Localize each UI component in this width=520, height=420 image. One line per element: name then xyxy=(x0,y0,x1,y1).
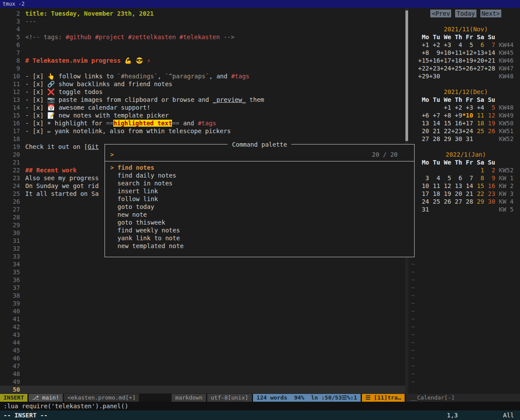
palette-item[interactable]: goto today xyxy=(110,203,409,211)
calendar-day[interactable] xyxy=(484,73,495,80)
calendar-day[interactable]: +6 xyxy=(418,112,429,119)
calendar-day[interactable]: +11 xyxy=(451,49,462,56)
calendar-day[interactable]: 5 xyxy=(484,104,495,111)
editor-line[interactable]: 47 xyxy=(0,362,405,370)
calendar-day[interactable] xyxy=(429,167,440,174)
editor-line[interactable]: 40 xyxy=(0,307,405,315)
editor-line[interactable]: 12- [x] ❌ toggle todos xyxy=(0,88,405,96)
calendar-day[interactable]: +29 xyxy=(418,73,429,80)
calendar-day[interactable]: 12 xyxy=(484,112,495,119)
calendar-day[interactable]: +22 xyxy=(418,65,429,72)
editor-line[interactable]: 37 xyxy=(0,284,405,292)
editor-line[interactable]: 3--- xyxy=(0,17,405,25)
calendar-day[interactable]: +24 xyxy=(440,65,451,72)
editor-line[interactable]: 7 xyxy=(0,49,405,57)
calendar-day[interactable]: 23 xyxy=(484,190,495,197)
calendar-day[interactable]: +23 xyxy=(451,128,462,134)
calendar-day[interactable] xyxy=(462,206,473,213)
editor-line[interactable]: 5<!-- tags: #github #project #zettelkast… xyxy=(0,33,405,41)
editor-line[interactable]: 14- [x] 📅 awesome calendar support! xyxy=(0,104,405,111)
calendar-day[interactable]: 22 xyxy=(473,190,484,197)
calendar-day[interactable]: 29 xyxy=(440,135,451,142)
editor-line[interactable]: 18 xyxy=(0,135,405,143)
calendar-day[interactable] xyxy=(451,73,462,80)
editor-line[interactable]: 13- [x] 📷 paste images from clipboard or… xyxy=(0,96,405,104)
calendar-day[interactable]: +13 xyxy=(473,49,484,56)
calendar-day[interactable]: 18 xyxy=(429,190,440,197)
calendar-day[interactable]: 22 xyxy=(440,128,451,134)
calendar-day[interactable]: +19 xyxy=(462,57,473,64)
calendar-day[interactable]: 30 xyxy=(451,135,462,142)
calendar-day[interactable]: 27 xyxy=(418,135,429,142)
calendar-day[interactable]: +9 xyxy=(451,112,462,119)
calendar-day[interactable]: +3 xyxy=(462,104,473,111)
calendar-day[interactable] xyxy=(418,167,429,174)
calendar-day[interactable] xyxy=(440,206,451,213)
editor-line[interactable]: 44 xyxy=(0,339,405,346)
calendar-day[interactable] xyxy=(429,206,440,213)
calendar-day[interactable]: +8 xyxy=(418,49,429,56)
calendar-day[interactable]: 21 xyxy=(429,128,440,134)
calendar-day[interactable]: +24 xyxy=(462,128,473,134)
editor-line[interactable]: 8# Telekasten.nvim progress 💪 😎 ⚡ xyxy=(0,57,405,64)
editor-line[interactable]: 16- [x] ☀ highlight for ==highlighted te… xyxy=(0,119,405,127)
calendar-day[interactable] xyxy=(451,167,462,174)
palette-item[interactable]: goto thisweek xyxy=(110,218,409,226)
editor-line[interactable]: 48 xyxy=(0,370,405,378)
calendar-today-button[interactable]: Today xyxy=(455,10,476,17)
calendar-day[interactable] xyxy=(484,206,495,213)
calendar-day[interactable]: 11 xyxy=(473,112,484,119)
calendar-day[interactable]: 1 xyxy=(473,167,484,174)
calendar-day[interactable]: 28 xyxy=(429,135,440,142)
calendar-day[interactable]: 7 xyxy=(462,175,473,181)
calendar-next-button[interactable]: Next> xyxy=(480,10,501,17)
calendar-day[interactable]: 26 xyxy=(440,198,451,205)
calendar-day[interactable]: 20 xyxy=(451,190,462,197)
palette-item[interactable]: search in notes xyxy=(110,179,409,187)
palette-item[interactable]: follow link xyxy=(110,195,409,203)
calendar-day[interactable]: 12 xyxy=(440,182,451,189)
calendar-day[interactable]: +8 xyxy=(440,112,451,119)
calendar-day[interactable]: 10 xyxy=(418,182,429,189)
calendar-day[interactable]: 29 xyxy=(473,198,484,205)
calendar-day[interactable]: 9 xyxy=(484,175,495,181)
palette-item[interactable]: new templated note xyxy=(110,242,409,250)
calendar-day[interactable]: +26 xyxy=(462,65,473,72)
calendar-day[interactable]: 31 xyxy=(462,135,473,142)
editor-line[interactable]: 34 xyxy=(0,260,405,268)
calendar-day[interactable] xyxy=(473,135,484,142)
editor-line[interactable]: 6 xyxy=(0,41,405,49)
calendar-day[interactable]: +3 xyxy=(440,41,451,48)
editor-line[interactable]: 11- [x] 🔗 show backlinks and friend note… xyxy=(0,80,405,88)
editor-line[interactable]: 41 xyxy=(0,315,405,323)
calendar-day[interactable]: 2 xyxy=(484,167,495,174)
calendar-day[interactable]: 27 xyxy=(451,198,462,205)
palette-item[interactable]: find weekly notes xyxy=(110,226,409,234)
calendar-day[interactable]: 24 xyxy=(418,198,429,205)
calendar-day[interactable]: 4 xyxy=(451,41,462,48)
palette-item[interactable]: new note xyxy=(110,211,409,218)
editor-line[interactable]: 36 xyxy=(0,276,405,284)
calendar-day[interactable]: +27 xyxy=(473,65,484,72)
editor-line[interactable]: 42 xyxy=(0,323,405,331)
calendar-day[interactable]: 9 xyxy=(429,49,440,56)
calendar-day[interactable]: +25 xyxy=(451,65,462,72)
editor-line[interactable]: 10- [x] 👆 follow links to `#headings`, `… xyxy=(0,72,405,80)
calendar-day[interactable]: 14 xyxy=(462,182,473,189)
calendar-day[interactable]: 18 xyxy=(473,120,484,127)
editor-line[interactable]: 2title: Tuesday, November 23th, 2021 xyxy=(0,10,405,17)
calendar-day[interactable]: +21 xyxy=(484,57,495,64)
calendar-day[interactable]: 14 xyxy=(429,120,440,127)
calendar-day[interactable] xyxy=(462,167,473,174)
calendar-day[interactable]: +17 xyxy=(462,120,473,127)
editor-line[interactable]: 46 xyxy=(0,354,405,362)
calendar-day[interactable]: 20 xyxy=(418,128,429,134)
palette-item[interactable]: find daily notes xyxy=(110,171,409,179)
calendar-day[interactable]: +23 xyxy=(429,65,440,72)
calendar-day[interactable]: 5 xyxy=(462,41,473,48)
calendar-day[interactable]: +15 xyxy=(418,57,429,64)
calendar-day[interactable]: 25 xyxy=(429,198,440,205)
calendar-day[interactable]: +17 xyxy=(440,57,451,64)
palette-item[interactable]: insert link xyxy=(110,187,409,195)
calendar-day[interactable]: 31 xyxy=(418,206,429,213)
